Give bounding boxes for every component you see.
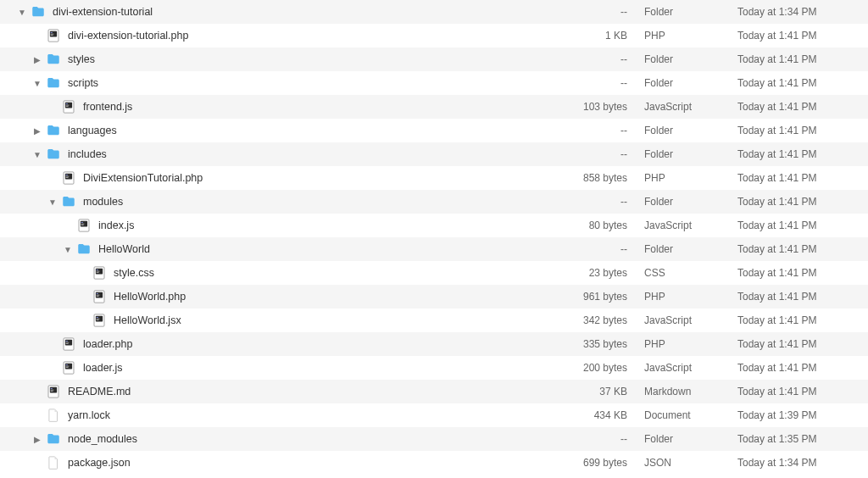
svg-rect-38	[66, 342, 70, 343]
file-date-modified: Today at 1:41 PM	[737, 362, 848, 374]
svg-rect-43	[66, 366, 70, 367]
file-kind: Folder	[644, 125, 737, 136]
file-size: 858 bytes	[559, 172, 644, 184]
file-kind: PHP	[644, 172, 737, 184]
file-size: --	[559, 6, 644, 18]
file-name: HelloWorld.jsx	[114, 314, 181, 326]
indent-spacer	[0, 12, 17, 13]
file-date-modified: Today at 1:41 PM	[737, 125, 848, 136]
indent-spacer	[0, 344, 47, 345]
folder-icon	[76, 242, 92, 257]
file-kind: Folder	[644, 53, 737, 65]
name-cell: ▶frontend.js	[0, 99, 559, 114]
file-row[interactable]: ▶style.css23 bytesCSSToday at 1:41 PM	[0, 261, 868, 285]
file-row[interactable]: ▼HelloWorld--FolderToday at 1:41 PM	[0, 237, 868, 261]
disclosure-triangle-icon[interactable]: ▼	[47, 197, 58, 207]
indent-spacer	[0, 225, 63, 226]
indent-spacer	[0, 415, 32, 416]
name-cell: ▶HelloWorld.jsx	[0, 313, 559, 328]
file-row[interactable]: ▼divi-extension-tutorial--FolderToday at…	[0, 0, 868, 24]
file-row[interactable]: ▶README.md37 KBMarkdownToday at 1:41 PM	[0, 380, 868, 403]
file-name: includes	[68, 148, 107, 160]
file-row[interactable]: ▶HelloWorld.jsx342 bytesJavaScriptToday …	[0, 308, 868, 332]
file-size: --	[559, 243, 644, 255]
name-cell: ▶node_modules	[0, 431, 559, 447]
file-name: README.md	[68, 386, 131, 397]
file-row[interactable]: ▶loader.js200 bytesJavaScriptToday at 1:…	[0, 356, 868, 380]
name-cell: ▶loader.js	[0, 360, 559, 375]
file-date-modified: Today at 1:41 PM	[737, 243, 848, 255]
file-tree: ▼divi-extension-tutorial--FolderToday at…	[0, 0, 868, 475]
file-row[interactable]: ▶languages--FolderToday at 1:41 PM	[0, 119, 868, 142]
file-kind: Folder	[644, 433, 737, 445]
file-kind: PHP	[644, 30, 737, 42]
file-row[interactable]: ▶node_modules--FolderToday at 1:35 PM	[0, 427, 868, 451]
file-row[interactable]: ▼includes--FolderToday at 1:41 PM	[0, 142, 868, 166]
file-size: --	[559, 125, 644, 136]
name-cell: ▶languages	[0, 123, 559, 138]
svg-rect-39	[66, 343, 69, 344]
name-cell: ▶styles	[0, 52, 559, 67]
file-row[interactable]: ▶styles--FolderToday at 1:41 PM	[0, 47, 868, 71]
indent-spacer	[0, 463, 32, 464]
file-row[interactable]: ▶index.js80 bytesJavaScriptToday at 1:41…	[0, 214, 868, 237]
file-kind: Folder	[644, 148, 737, 160]
disclosure-triangle-icon[interactable]: ▼	[32, 149, 42, 159]
file-row[interactable]: ▶loader.php335 bytesPHPToday at 1:41 PM	[0, 332, 868, 356]
code-file-icon	[92, 289, 107, 304]
file-size: 699 bytes	[559, 457, 644, 469]
file-name: modules	[83, 196, 123, 208]
file-date-modified: Today at 1:41 PM	[737, 267, 848, 279]
indent-spacer	[0, 154, 32, 155]
indent-spacer	[0, 273, 78, 274]
file-name: frontend.js	[83, 101, 132, 113]
svg-rect-7	[66, 103, 68, 104]
svg-rect-37	[66, 341, 68, 342]
file-size: --	[559, 53, 644, 65]
svg-rect-33	[97, 319, 100, 320]
disclosure-triangle-icon[interactable]: ▶	[32, 54, 42, 64]
disclosure-triangle-icon[interactable]: ▼	[32, 78, 42, 88]
file-date-modified: Today at 1:41 PM	[737, 101, 848, 113]
file-row[interactable]: ▶frontend.js103 bytesJavaScriptToday at …	[0, 95, 868, 119]
svg-rect-27	[97, 293, 98, 294]
svg-rect-32	[97, 317, 98, 318]
indent-spacer	[0, 131, 32, 131]
indent-spacer	[0, 439, 32, 440]
file-row[interactable]: ▶DiviExtensionTutorial.php858 bytesPHPTo…	[0, 166, 868, 190]
file-size: 335 bytes	[559, 338, 644, 350]
file-date-modified: Today at 1:41 PM	[737, 53, 848, 65]
disclosure-triangle-icon[interactable]: ▼	[17, 7, 27, 17]
indent-spacer	[0, 36, 32, 36]
svg-rect-48	[51, 390, 54, 391]
file-row[interactable]: ▶HelloWorld.php961 bytesPHPToday at 1:41…	[0, 285, 868, 308]
file-row[interactable]: ▼scripts--FolderToday at 1:41 PM	[0, 71, 868, 95]
file-size: --	[559, 433, 644, 445]
disclosure-triangle-icon[interactable]: ▶	[32, 434, 42, 444]
file-name: package.json	[68, 457, 131, 469]
svg-rect-4	[51, 35, 53, 36]
file-kind: Markdown	[644, 386, 737, 397]
svg-rect-28	[97, 295, 100, 296]
file-date-modified: Today at 1:41 PM	[737, 172, 848, 184]
file-row[interactable]: ▼modules--FolderToday at 1:41 PM	[0, 190, 868, 214]
file-name: style.css	[114, 267, 154, 279]
code-file-icon	[46, 384, 61, 399]
file-date-modified: Today at 1:41 PM	[737, 148, 848, 160]
disclosure-triangle-icon[interactable]: ▼	[63, 244, 73, 254]
code-file-icon	[46, 28, 61, 43]
folder-icon	[46, 147, 61, 162]
file-row[interactable]: ▶package.json699 bytesJSONToday at 1:34 …	[0, 451, 868, 475]
name-cell: ▶loader.php	[0, 336, 559, 352]
disclosure-triangle-icon[interactable]: ▶	[32, 125, 42, 136]
file-date-modified: Today at 1:41 PM	[737, 338, 848, 350]
name-cell: ▶yarn.lock	[0, 408, 559, 423]
file-kind: PHP	[644, 291, 737, 303]
file-date-modified: Today at 1:41 PM	[737, 386, 848, 397]
svg-rect-17	[81, 222, 83, 223]
file-row[interactable]: ▶divi-extension-tutorial.php1 KBPHPToday…	[0, 24, 868, 47]
svg-rect-49	[51, 391, 53, 392]
file-row[interactable]: ▶yarn.lock434 KBDocumentToday at 1:39 PM	[0, 403, 868, 427]
file-kind: Folder	[644, 6, 737, 18]
indent-spacer	[0, 320, 78, 321]
